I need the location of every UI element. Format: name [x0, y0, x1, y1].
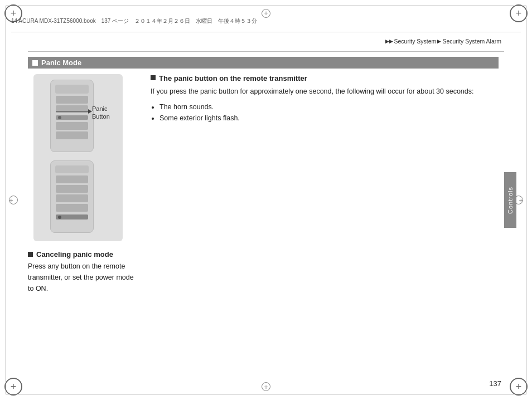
header: 14 ACURA MDX-31TZ56000.book 137 ページ ２０１４… — [11, 10, 521, 32]
subsection1-bullets: The horn sounds. Some exterior lights fl… — [159, 101, 499, 124]
right-column: The panic button on the remote transmitt… — [151, 74, 499, 294]
subsection1-title-text: The panic button on the remote transmitt… — [159, 74, 307, 82]
side-tab: Controls — [504, 172, 516, 228]
remote-fob-top — [50, 80, 94, 152]
left-column: Panic Button — [28, 74, 139, 294]
canceling-section: Canceling panic mode Press any button on… — [28, 247, 139, 294]
file-info: 14 ACURA MDX-31TZ56000.book 137 ページ ２０１４… — [11, 17, 257, 25]
breadcrumb-arrows1: ▶▶ — [385, 38, 393, 44]
bullet-1: The horn sounds. — [159, 101, 499, 113]
section-title: Panic Mode — [41, 58, 81, 67]
breadcrumb-part2: Security System Alarm — [442, 38, 501, 45]
subsection1-icon — [151, 75, 156, 80]
remote-fob-bottom — [50, 160, 94, 233]
top-rule — [28, 51, 504, 52]
cancel-title-icon — [28, 252, 33, 257]
cancel-title-text: Canceling panic mode — [36, 250, 113, 258]
remotes-container: Panic Button — [28, 74, 139, 247]
section-body: Panic Button — [28, 74, 499, 294]
side-tab-label: Controls — [507, 187, 514, 214]
breadcrumb: ▶▶ Security System ▶ Security System Ala… — [385, 38, 501, 45]
panic-button-label: Panic Button — [92, 105, 110, 121]
section-title-bar: Panic Mode — [28, 57, 499, 69]
subsection1-title: The panic button on the remote transmitt… — [151, 74, 499, 82]
breadcrumb-part1: Security System — [394, 38, 437, 45]
panic-mode-section: Panic Mode — [28, 57, 499, 294]
title-square-icon — [32, 60, 38, 66]
breadcrumb-arrow2: ▶ — [437, 38, 441, 44]
bullet-2: Some exterior lights flash. — [159, 113, 499, 124]
page-number: 137 — [489, 379, 501, 388]
cancel-body: Press any button on the remote transmitt… — [28, 261, 139, 294]
subsection1-body: If you press the panic button for approx… — [151, 86, 499, 97]
cancel-title: Canceling panic mode — [28, 250, 139, 258]
